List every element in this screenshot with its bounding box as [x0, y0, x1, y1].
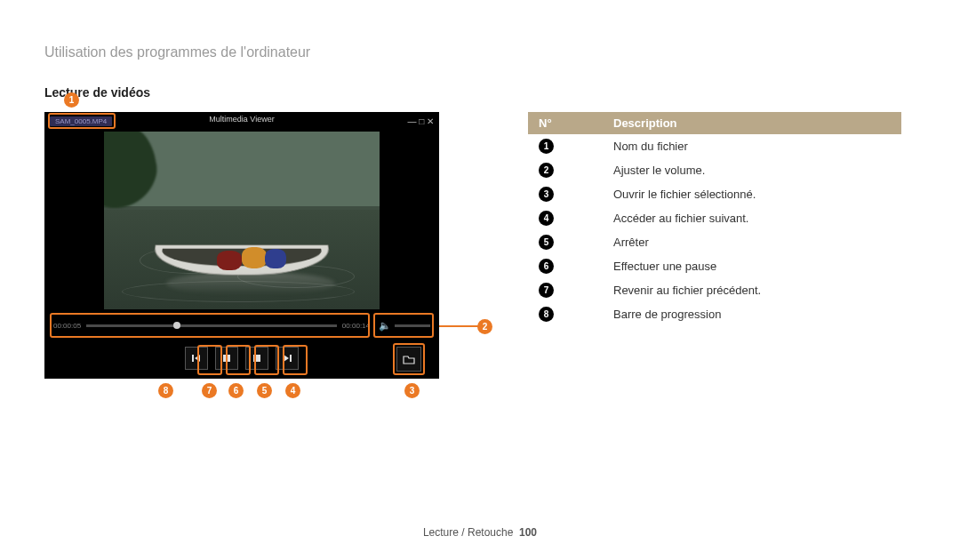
- table-row: 3 Ouvrir le fichier sélectionné.: [528, 182, 901, 206]
- svg-rect-3: [228, 355, 230, 362]
- volume-icon: 🔈: [379, 320, 391, 332]
- table-row: 7 Revenir au fichier précédent.: [528, 278, 901, 302]
- col-header-description: Description: [603, 112, 901, 134]
- table-row: 5 Arrêter: [528, 230, 901, 254]
- callout-number-8: 8: [158, 383, 173, 398]
- row-description: Arrêter: [603, 230, 901, 254]
- time-total: 00:00:14: [342, 322, 370, 330]
- next-button[interactable]: [276, 347, 299, 370]
- row-number: 3: [539, 187, 554, 202]
- callout-number-1: 1: [64, 92, 79, 108]
- leader-line-2: [439, 325, 478, 327]
- table-row: 8 Barre de progression: [528, 302, 901, 326]
- row-description: Effectuer une pause: [603, 254, 901, 278]
- table-row: 6 Effectuer une pause: [528, 254, 901, 278]
- col-header-number: N°: [528, 112, 603, 134]
- row-description: Nom du fichier: [603, 134, 901, 158]
- row-description: Ajuster le volume.: [603, 158, 901, 182]
- svg-rect-0: [192, 355, 194, 362]
- time-current: 00:00:05: [53, 322, 81, 330]
- viewer-figure: 1 SAM_0005.MP4 Multimedia Viewer — □ ✕: [44, 112, 439, 379]
- svg-rect-2: [223, 355, 226, 362]
- callout-number-2: 2: [477, 319, 492, 334]
- progress-track[interactable]: [86, 324, 337, 327]
- section-title: Utilisation des programmes de l'ordinate…: [44, 44, 916, 60]
- page-footer: Lecture / Retouche 100: [0, 526, 960, 539]
- svg-marker-5: [284, 355, 289, 362]
- footer-section: Lecture / Retouche: [423, 526, 513, 539]
- row-number: 5: [539, 235, 554, 250]
- callout-number-5: 5: [257, 383, 272, 398]
- callout-number-4: 4: [285, 383, 300, 398]
- video-canvas: [104, 132, 380, 309]
- svg-marker-1: [195, 355, 200, 362]
- open-file-button[interactable]: [396, 347, 421, 372]
- row-number: 4: [539, 211, 554, 226]
- description-table: N° Description 1 Nom du fichier 2 Ajuste…: [528, 112, 901, 326]
- table-row: 4 Accéder au fichier suivant.: [528, 206, 901, 230]
- row-number: 8: [539, 307, 554, 322]
- table-row: 2 Ajuster le volume.: [528, 158, 901, 182]
- volume-track[interactable]: [395, 324, 430, 327]
- stop-button[interactable]: [245, 347, 268, 370]
- volume-area[interactable]: 🔈: [379, 316, 430, 334]
- row-number: 2: [539, 163, 554, 178]
- callout-number-7: 7: [202, 383, 217, 398]
- row-number: 6: [539, 259, 554, 274]
- row-description: Barre de progression: [603, 302, 901, 326]
- callout-number-3: 3: [404, 383, 420, 398]
- row-number: 1: [539, 139, 554, 154]
- previous-button[interactable]: [185, 347, 208, 370]
- table-row: 1 Nom du fichier: [528, 134, 901, 158]
- callout-number-6: 6: [228, 383, 244, 398]
- row-number: 7: [539, 283, 554, 298]
- row-description: Accéder au fichier suivant.: [603, 206, 901, 230]
- row-description: Revenir au fichier précédent.: [603, 278, 901, 302]
- svg-rect-6: [290, 355, 292, 362]
- progress-bar[interactable]: 00:00:05 00:00:14: [53, 316, 370, 334]
- pause-button[interactable]: [215, 347, 238, 370]
- row-description: Ouvrir le fichier sélectionné.: [603, 182, 901, 206]
- file-name-tab: SAM_0005.MP4: [50, 116, 112, 126]
- multimedia-viewer-window: SAM_0005.MP4 Multimedia Viewer — □ ✕: [44, 112, 439, 379]
- subsection-title: Lecture de vidéos: [44, 85, 916, 100]
- window-controls[interactable]: — □ ✕: [407, 116, 434, 126]
- svg-rect-4: [253, 355, 260, 362]
- footer-page-number: 100: [519, 526, 537, 539]
